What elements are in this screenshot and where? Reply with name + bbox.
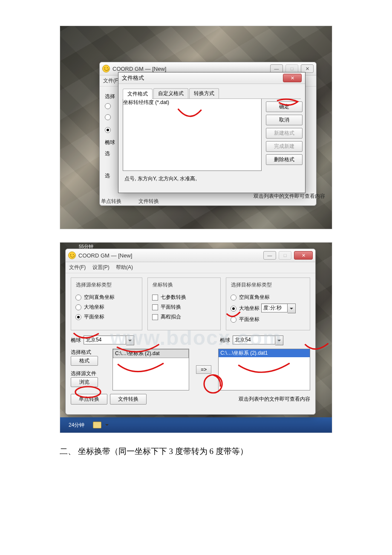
btn-file[interactable]: 文件转换: [138, 198, 159, 205]
delete-format-button[interactable]: 删除格式: [266, 154, 303, 165]
radio[interactable]: [105, 127, 111, 133]
label: 平面坐标: [84, 313, 104, 321]
radio-geodetic[interactable]: [75, 304, 81, 310]
label: 选: [105, 173, 110, 179]
close-button[interactable]: ✕: [301, 64, 314, 73]
legend: 坐标转换: [151, 281, 174, 289]
tab-convert-method[interactable]: 转换方式: [189, 88, 219, 98]
dialog-body: 坐标转经纬度 (*.dat) 确定 取消 新建格式 完成新建 删除格式: [118, 99, 305, 175]
screenshot-1: COORD GM — [New] — □ ✕ 文件(F) 选择 椭球 选 选: [60, 26, 332, 229]
conversion-group: 坐标转换 七参数转换 平面转换 高程拟合: [147, 278, 221, 330]
folder-icon[interactable]: [93, 422, 101, 428]
check-elevation[interactable]: [152, 314, 158, 320]
ellipsoid-label: 椭球: [71, 337, 81, 344]
caption-text: 二、 坐标换带（同一坐标下下 3 度带转为 6 度带等）: [60, 446, 332, 457]
screenshot-2: www.bdocx.com 55分钟 COORD GM — [New] — □ …: [60, 242, 332, 433]
label: 选: [105, 150, 110, 156]
client-area: 选择源坐标类型 空间直角坐标 大地坐标 平面坐标 坐标转换 七参数转换 平面转换…: [66, 273, 315, 410]
maximize-button[interactable]: □: [285, 64, 298, 73]
label: 平面坐标: [239, 316, 259, 323]
source-file-list[interactable]: C:\…\坐标系 (2).dat: [112, 349, 189, 390]
format-item[interactable]: 坐标转经纬度 (*.dat): [123, 99, 261, 106]
label: 空间直角坐标: [239, 294, 270, 301]
dialog-titlebar: 文件格式 ✕: [118, 72, 305, 84]
menu-bar: 文件(F) 设置(P) 帮助(A): [66, 262, 315, 273]
taskbar: 24分钟: [60, 417, 332, 433]
format-columns-info: 点号, 东方向Y, 北方向X, 水准高,: [118, 175, 305, 187]
titlebar: COORD GM — [New] — □ ✕: [66, 249, 315, 262]
target-type-group: 选择目标坐标类型 空间直角坐标 大地坐标 度:分:秒 平面坐标: [226, 278, 310, 330]
window-controls: — □ ✕: [270, 64, 314, 73]
combo-value: 北京54: [84, 335, 126, 344]
radio-plane[interactable]: [75, 314, 81, 320]
minimize-button[interactable]: —: [270, 64, 283, 73]
btn-single[interactable]: 单点转换: [101, 198, 121, 205]
close-button[interactable]: ✕: [294, 251, 313, 260]
menu-settings[interactable]: 设置(P): [92, 264, 110, 270]
label: 高程拟合: [161, 313, 181, 321]
tab-file-format[interactable]: 文件格式: [123, 89, 153, 99]
main-window: COORD GM — [New] — □ ✕ 文件(F) 设置(P) 帮助(A)…: [65, 249, 316, 415]
check-plane[interactable]: [152, 304, 158, 310]
finish-new-button[interactable]: 完成新建: [266, 141, 303, 152]
menu-help[interactable]: 帮助(A): [116, 264, 133, 270]
menu-file[interactable]: 文件(F): [69, 264, 86, 270]
target-file-list[interactable]: C:\…\坐标系 (2).dat1: [218, 349, 310, 390]
source-ellipsoid-combo[interactable]: 北京54: [84, 335, 134, 345]
format-button[interactable]: 格式: [71, 356, 98, 366]
chevron-down-icon[interactable]: [275, 335, 283, 345]
file-format-dialog: 文件格式 ✕ 文件格式 自定义格式 转换方式 坐标转经纬度 (*.dat) 确定…: [118, 72, 306, 193]
combo-value: 北京54: [233, 335, 275, 344]
label: 七参数转换: [161, 294, 186, 301]
chevron-down-icon[interactable]: [126, 335, 134, 345]
radio-geodetic-t[interactable]: [231, 306, 236, 312]
srcfile-label: 选择源文件: [71, 370, 107, 377]
ellipsoid-label-t: 椭球: [220, 337, 230, 344]
window-title: COORD GM — [New]: [112, 66, 166, 72]
target-ellipsoid-combo[interactable]: 北京54: [233, 335, 283, 345]
minimize-button[interactable]: —: [263, 251, 276, 260]
ellipsoid-label: 椭球: [105, 139, 115, 145]
radio-plane-t[interactable]: [231, 317, 236, 323]
check-seven-param[interactable]: [152, 295, 158, 301]
label: 空间直角坐标: [84, 294, 115, 301]
radio[interactable]: [105, 103, 111, 109]
list-item[interactable]: C:\…\坐标系 (2).dat1: [219, 349, 310, 357]
maximize-button[interactable]: □: [279, 251, 291, 260]
cancel-button[interactable]: 取消: [266, 115, 303, 125]
status-hint: 双击列表中的文件即可查看内容: [254, 193, 325, 200]
radio[interactable]: [105, 114, 111, 120]
taskbar-time: 24分钟: [69, 422, 84, 429]
app-icon: [68, 251, 76, 259]
chevron-down-icon[interactable]: [288, 304, 296, 313]
file-convert-button[interactable]: 文件转换: [110, 394, 147, 405]
label: 平面转换: [161, 304, 181, 311]
radio-space-xyz-t[interactable]: [231, 295, 236, 301]
source-type-group: 选择源坐标类型 空间直角坐标 大地坐标 平面坐标: [71, 278, 142, 330]
app-icon: [102, 65, 110, 72]
dialog-buttons: 确定 取消 新建格式 完成新建 删除格式: [266, 99, 301, 171]
dms-format-combo[interactable]: 度:分:秒: [261, 304, 296, 313]
list-item[interactable]: C:\…\坐标系 (2).dat: [113, 349, 189, 358]
ok-button[interactable]: 确定: [266, 101, 303, 112]
dialog-title: 文件格式: [122, 74, 144, 82]
label: 选择: [105, 93, 115, 99]
single-convert-button[interactable]: 单点转换: [71, 394, 107, 405]
radio-space-xyz[interactable]: [75, 295, 81, 301]
list-hint: 双击列表中的文件即可查看内容: [239, 396, 310, 403]
label: 大地坐标: [84, 304, 104, 311]
bottom-buttons: 单点转换 文件转换: [101, 198, 159, 205]
format-list[interactable]: 坐标转经纬度 (*.dat): [123, 99, 262, 171]
menu-file[interactable]: 文件(F): [103, 78, 120, 84]
bottom-row: 单点转换 文件转换 双击列表中的文件即可查看内容: [71, 394, 310, 405]
tab-strip: 文件格式 自定义格式 转换方式: [123, 88, 301, 99]
new-format-button[interactable]: 新建格式: [266, 128, 303, 139]
convert-arrow-button[interactable]: =>: [196, 365, 211, 374]
browse-button[interactable]: 浏览: [71, 377, 98, 387]
format-label: 选择格式: [71, 349, 107, 356]
chevron-down-icon[interactable]: [104, 422, 110, 428]
legend: 选择源坐标类型: [75, 281, 113, 289]
dialog-close-button[interactable]: ✕: [283, 74, 302, 82]
tab-custom-format[interactable]: 自定义格式: [153, 88, 188, 98]
label: 大地坐标: [239, 305, 259, 312]
